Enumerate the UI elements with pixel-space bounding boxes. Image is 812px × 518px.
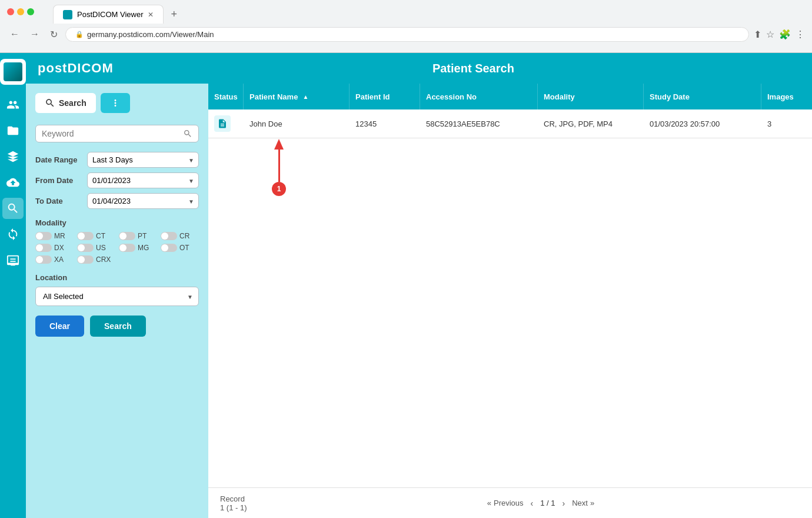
date-range-select[interactable]: Last 3 Days Last 7 Days Last 30 Days Cus… (87, 152, 199, 168)
modality-pt: PT (119, 232, 157, 240)
location-section: Location All Selected (35, 273, 199, 306)
url-bar[interactable]: 🔒 germany.postdicom.com/Viewer/Main (65, 27, 749, 42)
sidebar-logo[interactable] (0, 59, 26, 85)
pagination: « Previous ‹ 1 / 1 › Next » (487, 499, 594, 508)
prev-double-arrow: « (487, 499, 491, 507)
prev-button[interactable]: « Previous (487, 499, 524, 507)
toggle-us[interactable] (77, 244, 94, 252)
th-patient-name[interactable]: Patient Name ▲ (244, 84, 350, 109)
toggle-xa[interactable] (35, 255, 52, 264)
th-status: Status (208, 84, 244, 109)
modality-label: Modality (35, 218, 199, 227)
results-area: Status Patient Name ▲ Patient Id Accessi… (208, 84, 812, 518)
browser-nav-bar: ← → ↻ 🔒 germany.postdicom.com/Viewer/Mai… (0, 24, 812, 45)
sidebar (0, 53, 26, 518)
minimize-dot[interactable] (17, 8, 24, 15)
toggle-dx[interactable] (35, 244, 52, 252)
modality-section: Modality MR CT PT (35, 218, 199, 264)
td-accession-no: 58C52913AE5EB78C (420, 114, 538, 134)
arrow-line (278, 150, 280, 182)
table-body: John Doe 12345 58C52913AE5EB78C CR, JPG,… (208, 109, 812, 487)
date-range-select-wrapper: Last 3 Days Last 7 Days Last 30 Days Cus… (87, 152, 199, 168)
browser-window-controls (7, 8, 34, 15)
to-date-select[interactable]: 01/04/2023 (87, 193, 199, 209)
from-date-row: From Date 01/01/2023 (35, 172, 199, 188)
arrow-head-up (274, 139, 284, 150)
next-label: Next (572, 499, 588, 507)
search-panel: Search Date Range (26, 84, 208, 518)
star-icon[interactable]: ☆ (766, 29, 774, 40)
td-modality: CR, JPG, PDF, MP4 (538, 114, 644, 134)
sidebar-item-monitor[interactable] (2, 250, 24, 271)
toggle-pt[interactable] (119, 232, 135, 240)
forward-button[interactable]: → (27, 28, 42, 41)
tab-close-button[interactable]: ✕ (148, 11, 154, 19)
tab-favicon (63, 10, 72, 19)
tab-search[interactable]: Search (35, 93, 96, 113)
toggle-crx[interactable] (77, 255, 94, 264)
td-images: 3 (761, 114, 812, 134)
close-dot[interactable] (7, 8, 14, 15)
sort-arrow-up: ▲ (302, 94, 308, 100)
sidebar-item-layers[interactable] (2, 146, 24, 167)
next-button[interactable]: Next » (572, 499, 594, 507)
to-date-label: To Date (35, 197, 82, 205)
pagination-right-arrow[interactable]: › (563, 499, 565, 508)
table-footer: Record 1 (1 - 1) « Previous ‹ 1 / 1 › Ne… (208, 487, 812, 518)
toggle-mr[interactable] (35, 232, 52, 240)
location-select-wrapper: All Selected (35, 287, 199, 306)
to-date-select-wrapper: 01/04/2023 (87, 193, 199, 209)
images-value: 3 (767, 119, 771, 128)
toggle-ct[interactable] (77, 232, 94, 240)
footer-record: Record 1 (1 - 1) (220, 494, 247, 512)
modality-dx: DX (35, 244, 74, 252)
from-date-label: From Date (35, 176, 82, 185)
annotation-badge: 1 (272, 182, 286, 196)
settings-icon[interactable]: ⋮ (796, 29, 805, 40)
maximize-dot[interactable] (27, 8, 34, 15)
reload-button[interactable]: ↻ (47, 28, 61, 41)
tab-filter[interactable] (101, 93, 130, 113)
app-logo: postDICOM (38, 61, 114, 76)
sidebar-item-search[interactable] (2, 198, 24, 219)
table-row[interactable]: John Doe 12345 58C52913AE5EB78C CR, JPG,… (208, 109, 812, 138)
accession-no-value: 58C52913AE5EB78C (426, 119, 500, 128)
from-date-select-wrapper: 01/01/2023 (87, 172, 199, 188)
share-icon[interactable]: ⬆ (754, 29, 761, 40)
patient-id-value: 12345 (355, 119, 377, 128)
pagination-left-arrow[interactable]: ‹ (531, 499, 534, 508)
toggle-ot[interactable] (161, 244, 177, 252)
sidebar-item-patients[interactable] (2, 94, 24, 115)
keyword-input-wrapper (35, 125, 199, 142)
toggle-mg[interactable] (119, 244, 135, 252)
sidebar-item-files[interactable] (2, 120, 24, 141)
pagination-info: 1 / 1 (540, 499, 555, 507)
extensions-icon[interactable]: 🧩 (779, 29, 791, 40)
app-header: postDICOM Patient Search (26, 53, 812, 84)
table-header: Status Patient Name ▲ Patient Id Accessi… (208, 84, 812, 109)
back-button[interactable]: ← (7, 28, 22, 41)
from-date-select[interactable]: 01/01/2023 (87, 172, 199, 188)
location-select[interactable]: All Selected (35, 287, 199, 306)
tab-bar: PostDICOM Viewer ✕ + (53, 5, 182, 24)
to-date-row: To Date 01/04/2023 (35, 193, 199, 209)
study-date-value: 01/03/2023 20:57:00 (650, 119, 720, 128)
toggle-cr[interactable] (161, 232, 177, 240)
content-row: Search Date Range (26, 84, 812, 518)
patient-name-value: John Doe (249, 119, 282, 128)
sidebar-item-sync[interactable] (2, 224, 24, 245)
new-tab-button[interactable]: + (166, 8, 182, 21)
clear-button[interactable]: Clear (35, 316, 84, 337)
url-text: germany.postdicom.com/Viewer/Main (87, 30, 214, 39)
sidebar-item-upload[interactable] (2, 172, 24, 193)
td-patient-name: John Doe (244, 114, 350, 134)
main-content: postDICOM Patient Search (26, 53, 812, 518)
keyword-input[interactable] (42, 129, 183, 138)
tab-title: PostDICOM Viewer (77, 10, 143, 19)
active-tab[interactable]: PostDICOM Viewer ✕ (53, 5, 164, 24)
logo-icon (4, 62, 22, 81)
date-range-row: Date Range Last 3 Days Last 7 Days Last … (35, 152, 199, 168)
search-button[interactable]: Search (90, 316, 146, 337)
modality-xa: XA (35, 255, 74, 264)
th-modality: Modality (538, 84, 644, 109)
